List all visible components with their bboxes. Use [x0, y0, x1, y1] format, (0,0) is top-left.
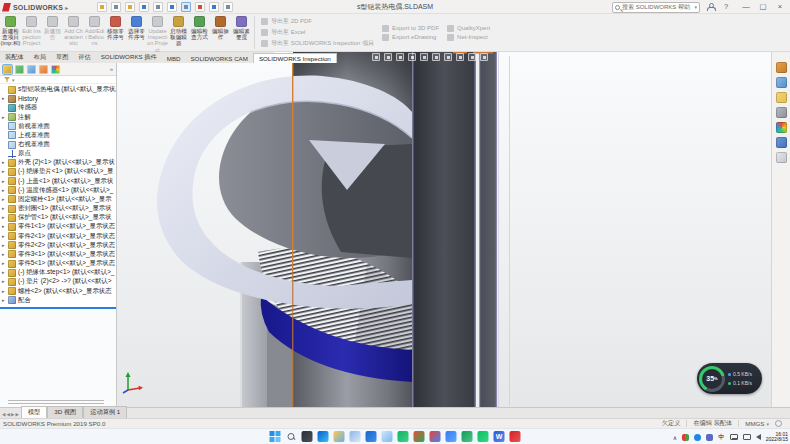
tray-shield-icon[interactable] [706, 434, 713, 441]
tree-item[interactable]: s型铠装热电偶 (默认<默认_显示状态-1 [0, 85, 116, 94]
document-tab[interactable]: 运动算例 1 [83, 406, 127, 418]
ime-keyboard-icon[interactable] [730, 434, 738, 440]
menu-expand-icon[interactable]: ▸ [65, 4, 68, 11]
section-view-icon[interactable] [408, 53, 416, 61]
ribbon-button[interactable]: 新建报告 [42, 14, 63, 51]
tree-item[interactable]: 原点 [0, 149, 116, 158]
forum-icon[interactable] [776, 152, 787, 163]
ime-mode-indicator[interactable]: 中 [718, 433, 725, 442]
ribbon-button[interactable]: Add Characteristic [63, 14, 84, 51]
taskbar-app-icon[interactable] [270, 431, 281, 442]
zoom-area-icon[interactable] [384, 53, 392, 61]
ribbon-button[interactable]: 编辑操作 [210, 14, 231, 51]
document-tab[interactable]: 模型 [21, 406, 47, 418]
close-button[interactable]: × [772, 0, 788, 13]
view-orientation-icon[interactable] [432, 53, 440, 61]
apply-scene-icon[interactable] [480, 53, 488, 61]
ribbon-menu-item[interactable]: Net-Inspect [447, 34, 490, 41]
filter-dropdown-icon[interactable]: ▾ [12, 77, 15, 83]
scroll-right-icon[interactable]: ▶ [11, 412, 14, 417]
featuremanager-tab-icon[interactable] [3, 65, 12, 74]
taskbar-app-icon[interactable] [430, 431, 441, 442]
taskbar-app-icon[interactable] [334, 431, 345, 442]
ribbon-button[interactable]: Add/Edit Balloons [84, 14, 105, 51]
ribbon-button[interactable]: 新建检查项目 (imp:和) [0, 14, 21, 51]
tray-app-icon[interactable] [682, 434, 689, 441]
dimxpertmanager-tab-icon[interactable] [39, 65, 48, 74]
tree-item[interactable]: 固定螺栓<1> (默认<<默认>_显示 [0, 195, 116, 204]
edit-appearance-icon[interactable] [468, 53, 476, 61]
scroll-first-icon[interactable]: ◀ [2, 412, 5, 417]
taskbar-app-icon[interactable]: W [494, 431, 505, 442]
ribbon-button[interactable]: 启动模板编辑器 [168, 14, 189, 51]
command-tab[interactable]: SOLIDWORKS 插件 [96, 52, 162, 63]
tree-item[interactable]: 零件2<2> (默认<<默认>_显示状态 [0, 241, 116, 250]
ribbon-menu-item[interactable]: 导出至 SOLIDWORKS Inspection 项目 [261, 39, 374, 48]
taskbar-app-icon[interactable] [302, 431, 313, 442]
filter-funnel-icon[interactable] [4, 77, 10, 82]
command-tab[interactable]: SOLIDWORKS CAM [185, 54, 252, 63]
command-tab[interactable]: SOLIDWORKS Inspection [253, 53, 337, 63]
ribbon-menu-item[interactable]: 导出至 2D PDF [261, 17, 374, 26]
tree-item[interactable]: 密封圈<1> (默认<<默认>_显示状 [0, 204, 116, 213]
undo-icon[interactable] [167, 2, 177, 12]
ribbon-menu-item[interactable]: Export to 3D PDF [382, 25, 439, 32]
tree-item[interactable]: 零件2<1> (默认<<默认>_显示状态 [0, 232, 116, 241]
tree-item[interactable]: 螺栓<2> (默认<<默认>_显示状态 [0, 286, 116, 295]
save-icon[interactable] [139, 2, 149, 12]
tree-item[interactable]: 零件5<1> (默认<<默认>_显示状态 [0, 259, 116, 268]
restore-button[interactable]: ▢ [755, 0, 771, 13]
pane-resize-grip[interactable] [8, 400, 104, 401]
ribbon-menu-item[interactable]: QualityXpert [447, 25, 490, 32]
select-arrow-icon[interactable] [181, 2, 191, 12]
screen-recorder-widget[interactable]: 35% 0.5 KB/s 0.1 KB/s [697, 363, 762, 394]
help-button[interactable]: ? [718, 0, 734, 13]
tree-item[interactable]: 外壳 (2)<1> (默认<<默认>_显示状 [0, 158, 116, 167]
ribbon-button[interactable]: 移除零件序号 [105, 14, 126, 51]
file-explorer-icon[interactable] [776, 92, 787, 103]
open-icon[interactable] [125, 2, 135, 12]
tree-item[interactable]: (-) 温度传感器<1> (默认<<默认>_ [0, 186, 116, 195]
displaymanager-tab-icon[interactable] [51, 65, 60, 74]
tree-item[interactable]: (-) 垫片 (2)<2> ->? (默认<<默认> [0, 277, 116, 286]
home-icon[interactable] [97, 2, 107, 12]
hide-show-items-icon[interactable] [456, 53, 464, 61]
display-tray-icon[interactable] [743, 434, 751, 440]
display-settings-icon[interactable] [209, 2, 219, 12]
graphics-viewport[interactable]: 35% 0.5 KB/s 0.1 KB/s [117, 52, 771, 407]
ribbon-button[interactable]: Edit Inspection Project [21, 14, 42, 51]
sign-in-button[interactable] [702, 0, 718, 13]
tree-item[interactable]: 传感器 [0, 103, 116, 112]
minimize-button[interactable]: — [738, 0, 754, 13]
dynamic-annotation-icon[interactable] [420, 53, 428, 61]
command-tab[interactable]: 布局 [29, 52, 51, 63]
display-style-icon[interactable] [444, 53, 452, 61]
tree-item[interactable]: 上视基准面 [0, 131, 116, 140]
new-document-icon[interactable] [111, 2, 121, 12]
tree-item[interactable]: History [0, 94, 116, 103]
tree-item[interactable]: 注解 [0, 112, 116, 121]
volume-icon[interactable] [756, 434, 761, 440]
options-gear-icon[interactable] [223, 2, 233, 12]
zoom-fit-icon[interactable] [372, 53, 380, 61]
ribbon-button[interactable]: 编辑检查方式 [189, 14, 210, 51]
ribbon-button[interactable]: 编辑紧要度 [231, 14, 252, 51]
tree-item[interactable]: 零件3<1> (默认<<默认>_显示状态 [0, 250, 116, 259]
rebuild-icon[interactable] [195, 2, 205, 12]
document-tab[interactable]: 3D 视图 [47, 406, 83, 418]
tree-item[interactable]: 右视基准面 [0, 140, 116, 149]
pane-resize-grip[interactable] [8, 403, 104, 404]
tree-item[interactable]: 前视基准面 [0, 122, 116, 131]
print-icon[interactable] [153, 2, 163, 12]
design-library-icon[interactable] [776, 77, 787, 88]
taskbar-app-icon[interactable] [318, 431, 329, 442]
view-palette-icon[interactable] [776, 107, 787, 118]
ribbon-menu-item[interactable]: 导出至 Excel [261, 28, 374, 37]
tree-item[interactable]: 保护管<1> (默认<<默认>_显示状 [0, 213, 116, 222]
taskbar-app-icon[interactable] [462, 431, 473, 442]
scroll-left-icon[interactable]: ◀ [6, 412, 9, 417]
tree-item[interactable]: (-) 绝缘垫片<1> (默认<<默认>_显 [0, 167, 116, 176]
tree-item[interactable]: 配合 [0, 296, 116, 305]
configurationmanager-tab-icon[interactable] [27, 65, 36, 74]
tray-expand-icon[interactable]: ∧ [673, 434, 677, 441]
